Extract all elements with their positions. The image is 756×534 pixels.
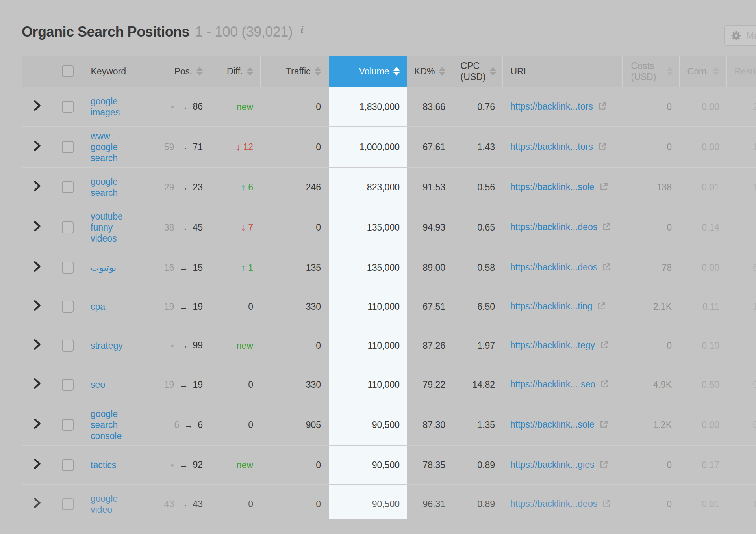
keyword-link[interactable]: seo bbox=[91, 380, 105, 390]
costs-value: 2.1K bbox=[653, 301, 672, 312]
expand-chevron-icon[interactable] bbox=[33, 100, 41, 111]
expand-chevron-icon[interactable] bbox=[33, 221, 41, 232]
external-link-icon[interactable] bbox=[602, 222, 611, 234]
external-link-icon[interactable] bbox=[599, 460, 608, 471]
external-link-icon[interactable] bbox=[600, 340, 609, 352]
com-value: 0.00 bbox=[702, 420, 719, 430]
url-link[interactable]: https://backlink...tors bbox=[510, 101, 593, 112]
kd-value: 96.31 bbox=[422, 499, 445, 509]
keyword-link[interactable]: google search bbox=[91, 177, 118, 198]
sort-icon bbox=[393, 67, 400, 76]
external-link-icon[interactable] bbox=[598, 142, 607, 153]
manage-columns-label: Manage columns bbox=[746, 30, 756, 41]
position-arrow-icon: → bbox=[179, 340, 188, 350]
position-arrow-icon: → bbox=[179, 499, 188, 509]
row-checkbox[interactable] bbox=[62, 301, 74, 313]
com-value: 0.14 bbox=[702, 222, 719, 233]
row-checkbox[interactable] bbox=[62, 498, 74, 510]
row-checkbox[interactable] bbox=[62, 262, 74, 274]
kd-value: 91.53 bbox=[422, 182, 445, 192]
external-link-icon[interactable] bbox=[599, 420, 608, 431]
column-header-cpc[interactable]: CPC (USD) bbox=[453, 56, 502, 87]
row-checkbox[interactable] bbox=[62, 340, 74, 352]
position-old: 59 bbox=[164, 142, 174, 152]
expand-chevron-icon[interactable] bbox=[33, 497, 41, 508]
com-value: 0.00 bbox=[702, 262, 719, 273]
volume-value: 823,000 bbox=[367, 182, 400, 192]
expand-chevron-icon[interactable] bbox=[33, 378, 41, 389]
external-link-icon[interactable] bbox=[600, 380, 609, 391]
position-old: 6 bbox=[174, 420, 179, 430]
position-arrow-icon: → bbox=[179, 142, 188, 152]
row-checkbox[interactable] bbox=[62, 181, 74, 193]
select-all-checkbox[interactable] bbox=[62, 65, 74, 77]
url-link[interactable]: https://backlink...sole bbox=[510, 419, 595, 430]
expand-chevron-icon[interactable] bbox=[33, 418, 41, 429]
table-row: youtube funny videos 38→45 ↓ 7 0 135,000… bbox=[22, 207, 756, 248]
keyword-link[interactable]: google video bbox=[91, 493, 118, 515]
keyword-link[interactable]: strategy bbox=[91, 340, 123, 351]
url-link[interactable]: https://backlink...deos bbox=[510, 222, 597, 232]
url-link[interactable]: https://backlink...-seo bbox=[510, 379, 595, 389]
expand-chevron-icon[interactable] bbox=[33, 140, 41, 151]
column-header-costs[interactable]: Costs (USD) bbox=[622, 56, 679, 87]
keyword-link[interactable]: www google search bbox=[91, 131, 118, 163]
url-link[interactable]: https://backlink...ting bbox=[510, 301, 592, 311]
column-header-com[interactable]: Com. bbox=[679, 56, 726, 87]
column-header-kd[interactable]: KD% bbox=[407, 56, 453, 87]
external-link-icon[interactable] bbox=[602, 499, 611, 510]
external-link-icon[interactable] bbox=[602, 262, 611, 274]
position-new: 6 bbox=[198, 420, 203, 430]
report-header: Organic Search Positions 1 - 100 (39,021… bbox=[22, 24, 304, 40]
column-header-diff[interactable]: Diff. bbox=[217, 56, 260, 87]
row-checkbox[interactable] bbox=[62, 101, 74, 113]
column-header-keyword: Keyword bbox=[83, 56, 150, 87]
sort-icon bbox=[247, 67, 253, 76]
table-row: google search 29→23 ↑ 6 246 823,000 91.5… bbox=[22, 168, 756, 207]
expand-chevron-icon[interactable] bbox=[33, 261, 41, 272]
url-link[interactable]: https://backlink...tors bbox=[510, 141, 593, 152]
expand-chevron-icon[interactable] bbox=[33, 180, 41, 192]
results-value: 1 bbox=[753, 142, 756, 152]
keyword-link[interactable]: google search console bbox=[91, 409, 122, 441]
manage-columns-button[interactable]: Manage columns bbox=[724, 25, 756, 46]
sort-icon bbox=[667, 67, 673, 76]
column-header-traffic[interactable]: Traffic bbox=[260, 56, 329, 87]
position-old: ● bbox=[170, 342, 174, 349]
row-checkbox[interactable] bbox=[62, 459, 74, 471]
column-header-pos[interactable]: Pos. bbox=[150, 56, 217, 87]
url-link[interactable]: https://backlink...deos bbox=[510, 262, 597, 272]
keyword-link[interactable]: youtube funny videos bbox=[91, 211, 123, 244]
row-checkbox[interactable] bbox=[62, 419, 74, 431]
kd-value: 87.26 bbox=[422, 340, 445, 351]
table-row: يوتيوب 16→15 ↑ 1 135 135,000 89.00 0.58 … bbox=[22, 248, 756, 287]
position-arrow-icon: → bbox=[179, 460, 188, 470]
row-checkbox[interactable] bbox=[62, 379, 74, 391]
diff-value: new bbox=[237, 340, 253, 351]
volume-value: 135,000 bbox=[367, 222, 400, 233]
external-link-icon[interactable] bbox=[597, 301, 606, 313]
keyword-link[interactable]: google images bbox=[91, 96, 120, 117]
sort-icon bbox=[439, 67, 445, 76]
column-header-volume-active[interactable]: Volume bbox=[329, 56, 407, 87]
position-cell: 6→6 bbox=[150, 404, 217, 446]
url-link[interactable]: https://backlink...sole bbox=[510, 182, 595, 192]
expand-chevron-icon[interactable] bbox=[33, 339, 41, 350]
costs-value: 0 bbox=[667, 340, 672, 351]
url-link[interactable]: https://backlink...gies bbox=[510, 460, 595, 470]
url-link[interactable]: https://backlink...deos bbox=[510, 499, 597, 509]
external-link-icon[interactable] bbox=[599, 182, 608, 194]
cpc-value: 0.89 bbox=[477, 460, 495, 470]
sort-icon bbox=[713, 67, 719, 76]
keyword-link[interactable]: tactics bbox=[91, 460, 116, 470]
keyword-link[interactable]: cpa bbox=[91, 301, 105, 312]
external-link-icon[interactable] bbox=[598, 102, 607, 113]
url-link[interactable]: https://backlink...tegy bbox=[510, 340, 595, 350]
expand-chevron-icon[interactable] bbox=[33, 458, 41, 469]
row-checkbox[interactable] bbox=[62, 141, 74, 153]
info-icon[interactable]: i bbox=[300, 24, 303, 35]
row-checkbox[interactable] bbox=[62, 221, 74, 233]
keyword-link[interactable]: يوتيوب bbox=[91, 262, 116, 273]
expand-chevron-icon[interactable] bbox=[33, 300, 41, 311]
kd-value: 94.93 bbox=[422, 222, 445, 233]
